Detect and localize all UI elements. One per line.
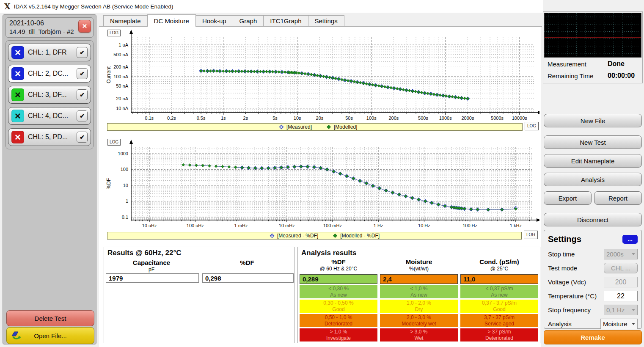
disconnect-button[interactable]: Disconnect (544, 213, 642, 226)
channel-item-3[interactable]: ✕CHL: 3, DF...✔ (8, 86, 91, 104)
scale-range: > 1,0 % (330, 329, 347, 335)
report-button[interactable]: Report (594, 191, 642, 205)
scale-label: Dry (415, 306, 423, 312)
analysis-grid: %DF@ 60 Hz & 20°C0,289< 0,30 %As new0,30… (300, 258, 538, 341)
analysis-groupbox: Analysis results %DF@ 60 Hz & 20°C0,289<… (297, 247, 540, 343)
channel-item-4[interactable]: ✕CHL: 4, DC...✔ (8, 107, 91, 125)
df-value-field[interactable]: 0,298 (202, 273, 294, 283)
scale-cell: < 0,30 %As new (300, 285, 377, 298)
scale-cell: < 1,0 %As new (380, 285, 458, 298)
scale-label: As new (410, 292, 427, 298)
results-groupbox: Results @ 60Hz, 22°C Capacitance pF %DF … (104, 247, 295, 343)
file-close-icon[interactable]: ✕ (78, 20, 91, 33)
open-file-icon (11, 330, 22, 341)
tab-dc-moisture[interactable]: DC Moisture (147, 14, 196, 27)
remake-button[interactable]: Remake (544, 330, 642, 344)
analysis-column-moisture: Moisture%(wt/wt)2,4< 1,0 %As new1,0 - 2,… (380, 258, 458, 341)
legend-item: [Modelled] (326, 124, 357, 130)
svg-text:10 Hz: 10 Hz (418, 223, 430, 228)
svg-text:1 uA: 1 uA (118, 42, 128, 47)
column-subheader: @ 25°C (460, 266, 538, 272)
svg-text:100 Hz: 100 Hz (462, 223, 477, 228)
setting-label: Temperature (°C) (548, 292, 597, 300)
window-title: IDAX v5.2.164 by Megger Sweden AB (Servi… (14, 3, 173, 10)
tab-settings[interactable]: Settings (308, 15, 344, 26)
log-scale-button-df[interactable]: LOG (107, 139, 121, 146)
svg-text:1 Hz: 1 Hz (374, 223, 383, 228)
svg-text:10000s: 10000s (512, 116, 528, 121)
tab-itc1graph[interactable]: ITC1Graph (263, 15, 308, 26)
tab-graph[interactable]: Graph (233, 15, 264, 26)
capacitance-value-field[interactable]: 1979 (106, 273, 199, 283)
tab-nameplate[interactable]: Nameplate (103, 15, 148, 26)
column-header: Moisture (380, 258, 458, 265)
setting-row-test-mode: Test modeCHL ... (548, 263, 638, 273)
analysis-column-df: %DF@ 60 Hz & 20°C0,289< 0,30 %As new0,30… (300, 258, 377, 341)
current-chart-container: 0.1s0.2s0.5s1s2s5s10s20s50s100s200s500s1… (104, 27, 539, 122)
legend-label: [Measured] (286, 124, 312, 130)
channel-item-2[interactable]: ✕CHL: 2, DC...✔ (8, 65, 91, 83)
analysis-column-cond-ps-m: Cond. (pS/m)@ 25°C11,0< 0,37 pS/mAs new0… (460, 258, 538, 341)
channel-2-checkbox[interactable]: ✔ (77, 68, 88, 79)
svg-text:20 nA: 20 nA (116, 96, 128, 101)
svg-text:0.2s: 0.2s (167, 116, 176, 121)
svg-text:1: 1 (126, 198, 128, 204)
svg-text:10 nA: 10 nA (116, 106, 128, 111)
new-test-button[interactable]: New Test (544, 135, 642, 149)
open-file-button[interactable]: Open File... (6, 327, 94, 344)
legend-item: [Measured] (279, 124, 312, 130)
settings-rows: Stop time2000sTest modeCHL ...Voltage (V… (548, 249, 638, 329)
temperature-c-control[interactable] (604, 291, 638, 301)
log-scale-button-current-x[interactable]: LOG (525, 122, 539, 130)
svg-text:20s: 20s (316, 116, 324, 121)
scale-range: 0,50 - 1,0 % (325, 314, 352, 320)
channel-item-1[interactable]: ✕CHL: 1, DFR✔ (8, 44, 91, 61)
channel-label: CHL: 2, DC... (28, 70, 77, 77)
svg-text:0.1s: 0.1s (145, 116, 154, 121)
scale-range: > 3,0 % (410, 329, 427, 335)
scale-label: Service aged (484, 321, 514, 327)
chevron-down-icon (632, 253, 635, 255)
analysis-control[interactable]: Moisture (600, 319, 638, 329)
scale-label: Deteriorated (485, 335, 513, 341)
log-scale-button-current[interactable]: LOG (107, 30, 121, 36)
scale-range: 0,37 - 3,7 pS/m (482, 300, 517, 306)
settings-more-button[interactable]: ... (622, 235, 638, 244)
setting-label: Stop time (548, 251, 575, 258)
channel-5-checkbox[interactable]: ✔ (77, 132, 88, 143)
svg-text:100: 100 (121, 167, 128, 172)
channel-item-5[interactable]: ✕CHL: 5, PD...✔ (8, 128, 91, 146)
scale-cell: 0,30 - 0,50 %Good (300, 300, 377, 313)
svg-text:500 nA: 500 nA (113, 52, 129, 57)
scale-label: Investigate (326, 335, 351, 341)
channel-3-checkbox[interactable]: ✔ (77, 89, 88, 100)
channel-1-checkbox[interactable]: ✔ (77, 47, 88, 58)
scale-label: Moderately wet (402, 321, 436, 327)
scale-range: > 37 pS/m (487, 329, 511, 335)
analysis-button[interactable]: Analysis (544, 173, 642, 186)
svg-text:1000: 1000 (118, 151, 128, 156)
tab-hook-up[interactable]: Hook-up (195, 15, 233, 26)
scale-cell: > 3,0 %Wet (380, 328, 458, 341)
legend-item: [Modelled - %DF] (333, 233, 380, 239)
log-scale-button-df-x[interactable]: LOG (524, 231, 538, 239)
measured-marker-icon (270, 233, 275, 238)
column-header: %DF (300, 258, 377, 265)
setting-value: Moisture (603, 320, 627, 328)
scale-cell: 0,37 - 3,7 pS/mGood (460, 300, 538, 313)
edit-nameplate-button[interactable]: Edit Nameplate (544, 154, 642, 168)
capacitance-unit: pF (105, 267, 198, 273)
legend-label: [Measured - %DF] (277, 233, 318, 239)
svg-text:100s: 100s (366, 116, 377, 121)
svg-text:%DF: %DF (106, 178, 112, 190)
channel-4-checkbox[interactable]: ✔ (77, 110, 88, 121)
scale-range: 1,0 - 2,0 % (407, 300, 431, 306)
measured-marker-icon (279, 124, 284, 129)
export-button[interactable]: Export (544, 191, 592, 205)
delete-test-button[interactable]: Delete Test (6, 310, 94, 326)
stop-frequency-control: 0,1 Hz (604, 305, 638, 315)
scale-label: Good (332, 306, 344, 312)
scale-cell: 3,7 - 37 pS/mService aged (460, 314, 538, 327)
setting-label: Voltage (Vdc) (548, 278, 586, 286)
new-file-button[interactable]: New File (544, 114, 642, 127)
